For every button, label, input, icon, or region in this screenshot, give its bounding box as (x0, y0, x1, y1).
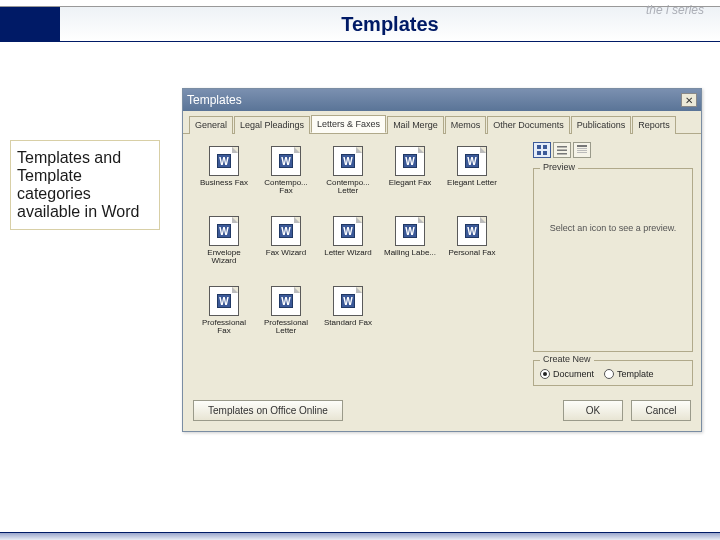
slide-header: Templates the i series (0, 6, 720, 42)
template-item-label: Contempo... Fax (257, 179, 315, 195)
tab-publications[interactable]: Publications (571, 116, 632, 134)
template-item-label: Elegant Fax (381, 179, 439, 187)
word-doc-icon: W (395, 146, 425, 176)
tab-mail-merge[interactable]: Mail Merge (387, 116, 444, 134)
word-doc-icon: W (333, 146, 363, 176)
view-list-button[interactable] (553, 142, 571, 158)
preview-group: Preview Select an icon to see a preview. (533, 168, 693, 352)
brand-logo: the i series (646, 3, 704, 17)
template-item[interactable]: WContempo... Letter (319, 146, 377, 210)
svg-rect-0 (537, 145, 541, 149)
svg-rect-5 (557, 150, 567, 152)
template-item[interactable]: WElegant Fax (381, 146, 439, 210)
word-doc-icon: W (209, 286, 239, 316)
svg-rect-6 (557, 153, 567, 155)
tab-other-documents[interactable]: Other Documents (487, 116, 570, 134)
svg-rect-1 (543, 145, 547, 149)
templates-online-button[interactable]: Templates on Office Online (193, 400, 343, 421)
template-item[interactable]: WContempo... Fax (257, 146, 315, 210)
dialog-body: WBusiness FaxWContempo... FaxWContempo..… (183, 134, 701, 394)
template-item-label: Fax Wizard (257, 249, 315, 257)
svg-rect-3 (543, 151, 547, 155)
dialog-titlebar: Templates ✕ (183, 89, 701, 111)
template-item-label: Professional Fax (195, 319, 253, 335)
radio-label: Template (617, 369, 654, 379)
radio-template[interactable]: Template (604, 369, 654, 379)
word-doc-icon: W (271, 286, 301, 316)
word-doc-icon: W (333, 286, 363, 316)
word-mark-icon: W (217, 224, 231, 238)
word-doc-icon: W (271, 146, 301, 176)
templates-dialog: Templates ✕ GeneralLegal PleadingsLetter… (182, 88, 702, 432)
template-item-label: Standard Fax (319, 319, 377, 327)
template-item[interactable]: WFax Wizard (257, 216, 315, 280)
template-item[interactable]: WStandard Fax (319, 286, 377, 350)
template-item-label: Envelope Wizard (195, 249, 253, 265)
template-grid: WBusiness FaxWContempo... FaxWContempo..… (191, 142, 525, 386)
dialog-footer: Templates on Office Online OK Cancel (183, 394, 701, 431)
word-mark-icon: W (465, 224, 479, 238)
word-doc-icon: W (457, 146, 487, 176)
svg-rect-4 (557, 146, 567, 148)
template-item[interactable]: WMailing Labe... (381, 216, 439, 280)
cancel-button[interactable]: Cancel (631, 400, 691, 421)
word-mark-icon: W (217, 154, 231, 168)
word-mark-icon: W (279, 154, 293, 168)
template-item-label: Letter Wizard (319, 249, 377, 257)
word-mark-icon: W (217, 294, 231, 308)
svg-rect-9 (577, 150, 587, 151)
slide-footer-bar (0, 532, 720, 540)
ok-button[interactable]: OK (563, 400, 623, 421)
word-doc-icon: W (395, 216, 425, 246)
view-mode-bar (533, 142, 693, 160)
word-doc-icon: W (209, 216, 239, 246)
radio-label: Document (553, 369, 594, 379)
tab-legal-pleadings[interactable]: Legal Pleadings (234, 116, 310, 134)
template-item-label: Contempo... Letter (319, 179, 377, 195)
word-mark-icon: W (341, 224, 355, 238)
radio-document[interactable]: Document (540, 369, 594, 379)
right-pane: Preview Select an icon to see a preview.… (533, 142, 693, 386)
radio-dot-icon (604, 369, 614, 379)
template-item[interactable]: WElegant Letter (443, 146, 501, 210)
word-doc-icon: W (457, 216, 487, 246)
template-item-label: Professional Letter (257, 319, 315, 335)
word-mark-icon: W (341, 294, 355, 308)
tab-letters-faxes[interactable]: Letters & Faxes (311, 115, 386, 133)
create-new-group: Create New DocumentTemplate (533, 360, 693, 386)
word-mark-icon: W (403, 154, 417, 168)
word-mark-icon: W (403, 224, 417, 238)
svg-rect-8 (577, 148, 587, 149)
word-doc-icon: W (271, 216, 301, 246)
header-accent (0, 7, 60, 41)
template-item-label: Mailing Labe... (381, 249, 439, 257)
create-new-options: DocumentTemplate (540, 369, 686, 379)
dialog-title: Templates (187, 93, 242, 107)
template-item-label: Elegant Letter (443, 179, 501, 187)
tab-memos[interactable]: Memos (445, 116, 487, 134)
word-mark-icon: W (341, 154, 355, 168)
close-button[interactable]: ✕ (681, 93, 697, 107)
radio-dot-icon (540, 369, 550, 379)
view-details-button[interactable] (573, 142, 591, 158)
template-item-label: Personal Fax (443, 249, 501, 257)
svg-rect-10 (577, 152, 587, 153)
template-item[interactable]: WBusiness Fax (195, 146, 253, 210)
template-item[interactable]: WProfessional Fax (195, 286, 253, 350)
template-item[interactable]: WEnvelope Wizard (195, 216, 253, 280)
preview-placeholder: Select an icon to see a preview. (534, 223, 692, 235)
template-item[interactable]: WLetter Wizard (319, 216, 377, 280)
template-item[interactable]: WPersonal Fax (443, 216, 501, 280)
word-mark-icon: W (279, 224, 293, 238)
word-doc-icon: W (333, 216, 363, 246)
tab-reports[interactable]: Reports (632, 116, 676, 134)
tab-general[interactable]: General (189, 116, 233, 134)
word-mark-icon: W (279, 294, 293, 308)
tab-strip: GeneralLegal PleadingsLetters & FaxesMai… (183, 111, 701, 134)
preview-legend: Preview (540, 162, 578, 172)
template-item[interactable]: WProfessional Letter (257, 286, 315, 350)
svg-rect-7 (577, 145, 587, 147)
svg-rect-2 (537, 151, 541, 155)
view-large-icons-button[interactable] (533, 142, 551, 158)
word-mark-icon: W (465, 154, 479, 168)
